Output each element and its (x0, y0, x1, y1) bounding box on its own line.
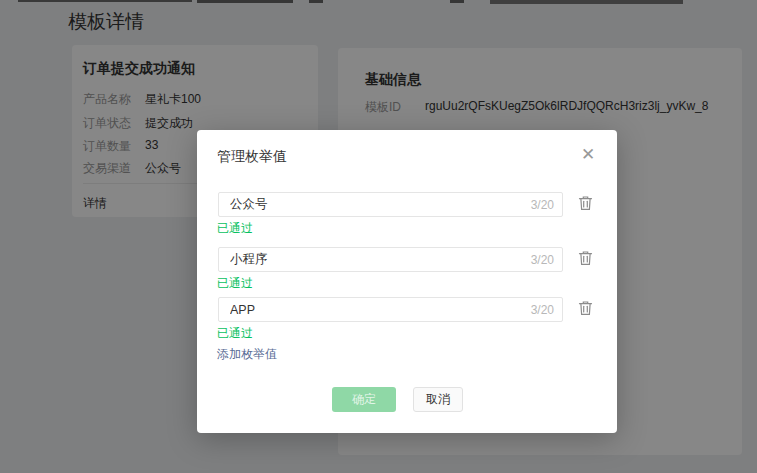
char-counter: 3/20 (524, 253, 554, 267)
delete-enum-button-2[interactable] (576, 250, 594, 268)
manage-enum-values-dialog: 管理枚举值 ✕ 3/20 已通过 3/20 已通过 3/20 已通过 (197, 130, 617, 433)
char-counter: 3/20 (524, 303, 554, 317)
add-enum-value-link[interactable]: 添加枚举值 (217, 346, 277, 363)
delete-enum-button-3[interactable] (576, 300, 594, 318)
enum-value-input-1[interactable] (218, 192, 563, 217)
delete-enum-button-1[interactable] (576, 195, 594, 213)
dialog-title: 管理枚举值 (217, 148, 287, 166)
app-screen: 模板详情 订单提交成功通知 产品名称 星礼卡100 订单状态 提交成功 订单数量… (0, 0, 757, 473)
cancel-button[interactable]: 取消 (413, 387, 463, 412)
confirm-button[interactable]: 确定 (332, 387, 396, 412)
status-passed: 已通过 (217, 275, 253, 292)
close-icon[interactable]: ✕ (576, 143, 600, 167)
trash-icon (578, 195, 593, 211)
status-passed: 已通过 (217, 220, 253, 237)
trash-icon (578, 300, 593, 316)
trash-icon (578, 250, 593, 266)
enum-value-input-3[interactable] (218, 297, 563, 322)
char-counter: 3/20 (524, 198, 554, 212)
status-passed: 已通过 (217, 325, 253, 342)
enum-value-input-2[interactable] (218, 247, 563, 272)
